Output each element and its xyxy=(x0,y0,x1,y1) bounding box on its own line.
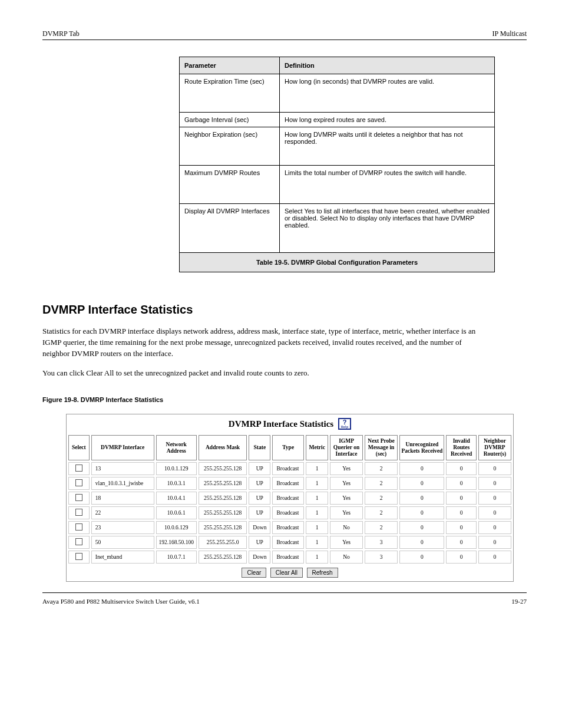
param-definition: Limits the total number of DVMRP routes … xyxy=(280,166,495,204)
stats-cell-mask: 255.255.255.128 xyxy=(199,492,247,505)
refresh-button[interactable]: Refresh xyxy=(307,568,338,578)
help-icon[interactable]: ? Help xyxy=(338,418,351,430)
table-row: 2310.0.6.129255.255.255.128DownBroadcast… xyxy=(68,521,511,534)
stats-cell-metric: 1 xyxy=(306,462,328,475)
row-checkbox[interactable] xyxy=(75,523,82,531)
stats-cell-iface: vlan_10.0.3.1_jwisbe xyxy=(91,477,154,490)
stats-cell-type: Broadcast xyxy=(272,521,304,534)
footer-left: Avaya P580 and P882 Multiservice Switch … xyxy=(42,598,200,605)
param-definition: How long DVMRP waits until it deletes a … xyxy=(280,127,495,166)
section-title: DVMRP Interface Statistics xyxy=(42,303,527,317)
stats-cell-nbr: 0 xyxy=(478,492,511,505)
stats-cell-igmp: No xyxy=(330,551,362,564)
stats-cell-state: UP xyxy=(249,506,270,519)
stats-cell-metric: 1 xyxy=(306,536,328,549)
row-checkbox[interactable] xyxy=(75,494,82,501)
stats-cell-inval: 0 xyxy=(446,551,477,564)
stats-cell-state: Down xyxy=(249,551,270,564)
stats-th: Metric xyxy=(306,435,328,460)
footer-rule xyxy=(42,592,527,593)
stats-cell-inval: 0 xyxy=(446,492,477,505)
stats-cell-unrec: 0 xyxy=(399,462,444,475)
table-row: 1810.0.4.1255.255.255.128UPBroadcast1Yes… xyxy=(68,492,511,505)
stats-cell-probe: 2 xyxy=(365,477,398,490)
row-checkbox[interactable] xyxy=(75,509,82,516)
stats-cell-inval: 0 xyxy=(446,462,477,475)
stats-cell-iface: 50 xyxy=(91,536,154,549)
row-checkbox[interactable] xyxy=(75,538,82,545)
stats-cell-addr: 10.0.3.1 xyxy=(156,477,197,490)
stats-cell-mask: 255.255.255.128 xyxy=(199,521,247,534)
row-checkbox[interactable] xyxy=(75,465,82,472)
stats-cell-probe: 2 xyxy=(365,521,398,534)
stats-cell-inval: 0 xyxy=(446,506,477,519)
clear-all-button[interactable]: Clear All xyxy=(270,568,303,578)
stats-cell-addr: 10.0.6.129 xyxy=(156,521,197,534)
param-definition: Select Yes to list all interfaces that h… xyxy=(280,204,495,253)
param-name: Garbage Interval (sec) xyxy=(180,113,280,127)
stats-cell-addr: 10.0.1.129 xyxy=(156,462,197,475)
stats-cell-addr: 10.0.6.1 xyxy=(156,506,197,519)
param-name: Maximum DVMRP Routes xyxy=(180,166,280,204)
param-name: Neighbor Expiration (sec) xyxy=(180,127,280,166)
stats-cell-igmp: No xyxy=(330,521,362,534)
stats-cell-iface: 13 xyxy=(91,462,154,475)
stats-cell-mask: 255.255.255.0 xyxy=(199,536,247,549)
stats-cell-inval: 0 xyxy=(446,536,477,549)
stats-cell-metric: 1 xyxy=(306,551,328,564)
button-row: Clear Clear All Refresh xyxy=(67,565,513,581)
stats-th: Network Address xyxy=(156,435,197,460)
stats-cell-iface: 22 xyxy=(91,506,154,519)
stats-cell-type: Broadcast xyxy=(272,506,304,519)
stats-th: DVMRP Interface xyxy=(91,435,154,460)
stats-th: Invalid Routes Received xyxy=(446,435,477,460)
param-name: Display All DVMRP Interfaces xyxy=(180,204,280,253)
select-cell xyxy=(68,506,90,519)
stats-cell-probe: 3 xyxy=(365,551,398,564)
page-footer: Avaya P580 and P882 Multiservice Switch … xyxy=(42,598,527,605)
footer-right: 19-27 xyxy=(511,598,527,605)
stats-th: Unrecognized Packets Received xyxy=(399,435,444,460)
param-th-parameter: Parameter xyxy=(180,57,280,74)
stats-cell-unrec: 0 xyxy=(399,506,444,519)
stats-cell-type: Broadcast xyxy=(272,536,304,549)
stats-cell-type: Broadcast xyxy=(272,462,304,475)
stats-cell-mask: 255.255.255.128 xyxy=(199,477,247,490)
param-definition: How long (in seconds) that DVMRP routes … xyxy=(280,74,495,113)
stats-cell-state: UP xyxy=(249,462,270,475)
clear-button[interactable]: Clear xyxy=(242,568,266,578)
figure-caption: Figure 19-8. DVMRP Interface Statistics xyxy=(42,396,527,403)
stats-cell-mask: 255.255.255.128 xyxy=(199,506,247,519)
table-row: Inet_mband10.0.7.1255.255.255.128DownBro… xyxy=(68,551,511,564)
stats-cell-probe: 2 xyxy=(365,506,398,519)
stats-cell-probe: 3 xyxy=(365,536,398,549)
dvmrp-stats-panel: DVMRP Interface Statistics ? Help Select… xyxy=(66,414,514,582)
stats-cell-unrec: 0 xyxy=(399,551,444,564)
panel-title: DVMRP Interface Statistics xyxy=(229,419,333,429)
stats-cell-metric: 1 xyxy=(306,521,328,534)
param-definition: How long expired routes are saved. xyxy=(280,113,495,127)
row-checkbox[interactable] xyxy=(75,553,82,560)
page-header: DVMRP Tab IP Multicast xyxy=(42,29,527,38)
stats-cell-mask: 255.255.255.128 xyxy=(199,551,247,564)
stats-cell-probe: 2 xyxy=(365,462,398,475)
stats-cell-inval: 0 xyxy=(446,521,477,534)
section-paragraph-1: Statistics for each DVMRP interface disp… xyxy=(42,326,490,360)
stats-cell-unrec: 0 xyxy=(399,536,444,549)
param-table-caption: Table 19-5. DVMRP Global Configuration P… xyxy=(180,253,495,272)
stats-cell-igmp: Yes xyxy=(330,462,362,475)
select-cell xyxy=(68,551,90,564)
select-cell xyxy=(68,462,90,475)
stats-cell-nbr: 0 xyxy=(478,506,511,519)
stats-th: State xyxy=(249,435,270,460)
stats-th: Address Mask xyxy=(199,435,247,460)
stats-cell-state: UP xyxy=(249,492,270,505)
section-paragraph-2: You can click Clear All to set the unrec… xyxy=(42,368,490,379)
stats-cell-iface: 18 xyxy=(91,492,154,505)
stats-cell-iface: Inet_mband xyxy=(91,551,154,564)
stats-cell-unrec: 0 xyxy=(399,521,444,534)
row-checkbox[interactable] xyxy=(75,479,82,486)
stats-cell-state: Down xyxy=(249,521,270,534)
select-cell xyxy=(68,536,90,549)
table-row: 1310.0.1.129255.255.255.128UPBroadcast1Y… xyxy=(68,462,511,475)
